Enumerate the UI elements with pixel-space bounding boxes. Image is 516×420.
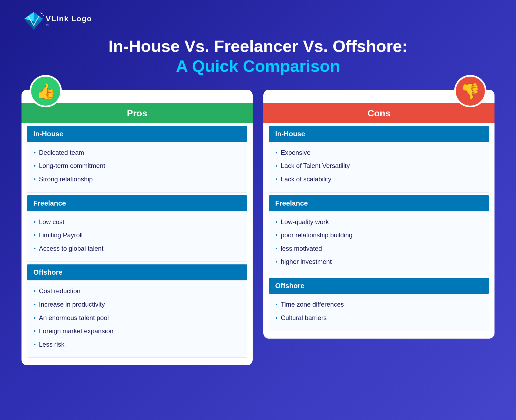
bullet-icon: • xyxy=(34,314,36,322)
cons-freelance-header: Freelance xyxy=(269,195,489,211)
bullet-icon: • xyxy=(34,231,36,239)
item-text: Dedicated team xyxy=(39,148,84,157)
bullet-icon: • xyxy=(275,258,278,266)
list-item: • Time zone differences xyxy=(275,298,482,311)
cons-inhouse-header: In-House xyxy=(269,126,489,142)
list-item: • Lack of Talent Versatility xyxy=(275,159,482,173)
cons-offshore-items: • Time zone differences • Cultural barri… xyxy=(269,294,489,331)
header-line2: A Quick Comparison xyxy=(22,56,494,76)
bullet-icon: • xyxy=(275,162,278,170)
cons-freelance-items: • Low-quality work • poor relationship b… xyxy=(269,211,489,275)
thumbs-up-icon: 👍 xyxy=(30,75,62,107)
item-text: Limiting Payroll xyxy=(39,231,83,240)
list-item: • Low cost xyxy=(34,215,241,229)
cons-column: 👎 Cons In-House • Expensive • Lack of Ta… xyxy=(263,90,494,339)
bullet-icon: • xyxy=(34,327,36,335)
pros-freelance-header: Freelance xyxy=(27,195,247,211)
thumbs-down-icon: 👎 xyxy=(454,75,486,107)
item-text: higher investment xyxy=(281,257,332,266)
bullet-icon: • xyxy=(34,245,36,253)
bullet-icon: • xyxy=(275,175,278,184)
list-item: • Less risk xyxy=(34,338,241,351)
bullet-icon: • xyxy=(275,314,278,322)
bullet-icon: • xyxy=(275,149,278,157)
bullet-icon: • xyxy=(34,218,36,226)
list-item: • An enormous talent pool xyxy=(34,311,241,325)
list-item: • Access to global talent xyxy=(34,242,241,255)
pros-column: 👍 Pros In-House • Dedicated team • Long-… xyxy=(22,90,253,365)
list-item: • higher investment xyxy=(275,255,482,268)
bullet-icon: • xyxy=(275,245,278,253)
item-text: Strong relationship xyxy=(39,175,93,184)
pros-freelance-items: • Low cost • Limiting Payroll • Access t… xyxy=(27,211,247,262)
item-text: less motivated xyxy=(281,244,322,253)
bullet-icon: • xyxy=(275,231,278,239)
cons-icon-wrapper: 👎 xyxy=(454,75,486,107)
pros-inhouse-header: In-House xyxy=(27,126,247,142)
item-text: Long-term commitment xyxy=(39,161,105,170)
logo-trademark: ™ xyxy=(46,23,92,27)
item-text: Foreign market expansion xyxy=(39,326,113,336)
bullet-icon: • xyxy=(34,340,36,349)
cons-inhouse-items: • Expensive • Lack of Talent Versatility… xyxy=(269,142,489,193)
vlink-logo xyxy=(22,11,46,31)
list-item: • Foreign market expansion xyxy=(34,324,241,338)
item-text: Increase in productivity xyxy=(39,300,105,309)
logo-text: VLink Logo xyxy=(46,15,92,23)
item-text: Lack of Talent Versatility xyxy=(281,161,350,170)
item-text: Access to global talent xyxy=(39,244,103,253)
cons-card: Cons In-House • Expensive • Lack of Tale… xyxy=(263,90,494,339)
list-item: • Limiting Payroll xyxy=(34,228,241,242)
cons-offshore-header: Offshore xyxy=(269,278,489,294)
list-item: • Expensive xyxy=(275,146,482,159)
list-item: • Strong relationship xyxy=(34,173,241,186)
bullet-icon: • xyxy=(34,300,36,309)
list-item: • Long-term commitment xyxy=(34,159,241,173)
item-text: Less risk xyxy=(39,340,64,349)
list-item: • Cost reduction xyxy=(34,284,241,298)
item-text: Lack of scalability xyxy=(281,175,331,184)
item-text: Time zone differences xyxy=(281,300,344,309)
svg-point-6 xyxy=(43,15,44,16)
bullet-icon: • xyxy=(34,175,36,184)
logo-area: VLink Logo ™ xyxy=(22,11,494,31)
svg-point-5 xyxy=(41,13,42,14)
list-item: • Low-quality work xyxy=(275,215,482,229)
list-item: • Lack of scalability xyxy=(275,173,482,186)
page-header: In-House Vs. Freelancer Vs. Offshore: A … xyxy=(22,36,494,76)
list-item: • less motivated xyxy=(275,242,482,255)
columns-wrapper: 👍 Pros In-House • Dedicated team • Long-… xyxy=(22,90,494,365)
list-item: • Cultural barriers xyxy=(275,311,482,325)
item-text: Expensive xyxy=(281,148,311,157)
item-text: poor relationship building xyxy=(281,231,353,240)
svg-point-7 xyxy=(40,12,41,13)
bullet-icon: • xyxy=(34,149,36,157)
pros-icon-wrapper: 👍 xyxy=(30,75,62,107)
pros-card: Pros In-House • Dedicated team • Long-te… xyxy=(22,90,253,365)
item-text: Cost reduction xyxy=(39,286,81,296)
page-wrapper: VLink Logo ™ In-House Vs. Freelancer Vs.… xyxy=(22,11,494,365)
list-item: • Dedicated team xyxy=(34,146,241,159)
bullet-icon: • xyxy=(275,300,278,309)
item-text: Low-quality work xyxy=(281,217,329,227)
pros-offshore-header: Offshore xyxy=(27,264,247,280)
list-item: • poor relationship building xyxy=(275,228,482,242)
header-line1: In-House Vs. Freelancer Vs. Offshore: xyxy=(22,36,494,56)
list-item: • Increase in productivity xyxy=(34,298,241,311)
bullet-icon: • xyxy=(275,218,278,226)
pros-offshore-items: • Cost reduction • Increase in productiv… xyxy=(27,280,247,358)
item-text: An enormous talent pool xyxy=(39,313,109,322)
bullet-icon: • xyxy=(34,162,36,170)
bullet-icon: • xyxy=(34,287,36,295)
item-text: Low cost xyxy=(39,217,64,227)
pros-inhouse-items: • Dedicated team • Long-term commitment … xyxy=(27,142,247,193)
item-text: Cultural barriers xyxy=(281,313,327,322)
